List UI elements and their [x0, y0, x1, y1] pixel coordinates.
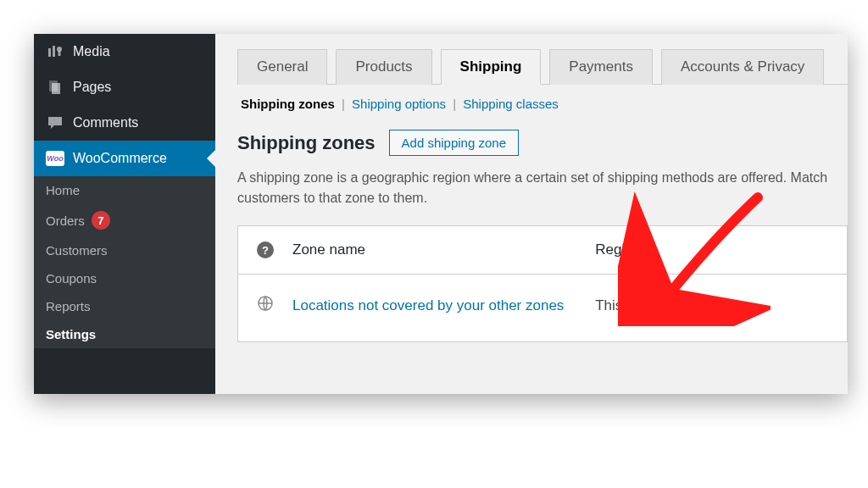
svg-rect-0 — [48, 48, 51, 57]
svg-rect-3 — [58, 51, 61, 56]
sidebar-label: Customers — [46, 243, 108, 258]
woocommerce-icon: Woo — [46, 149, 64, 168]
comments-icon — [46, 114, 64, 132]
pages-icon — [46, 78, 64, 97]
sidebar-label: Reports — [46, 299, 91, 313]
help-icon[interactable]: ? — [257, 241, 274, 258]
sidebar-label: WooCommerce — [73, 151, 167, 166]
subnav-options[interactable]: Shipping options — [352, 97, 446, 111]
shipping-zones-table: ? Zone name Region(s) Locations not cove… — [237, 225, 848, 342]
main-content: General Products Shipping Payments Accou… — [215, 34, 848, 394]
sidebar-submenu: Home Orders 7 Customers Coupons Reports … — [34, 176, 215, 348]
media-icon — [46, 42, 64, 61]
add-shipping-zone-button[interactable]: Add shipping zone — [389, 130, 519, 156]
svg-rect-5 — [52, 83, 60, 94]
col-zone-name: Zone name — [292, 241, 595, 258]
tab-accounts-privacy[interactable]: Accounts & Privacy — [661, 49, 824, 85]
zone-default-link[interactable]: Locations not covered by your other zone… — [292, 297, 564, 313]
orders-badge: 7 — [92, 211, 110, 230]
sidebar-sub-customers[interactable]: Customers — [34, 236, 215, 264]
tab-shipping[interactable]: Shipping — [441, 49, 542, 85]
tab-payments[interactable]: Payments — [549, 49, 653, 85]
page-description: A shipping zone is a geographic region w… — [237, 168, 848, 208]
sidebar-label: Settings — [46, 327, 96, 341]
tab-products[interactable]: Products — [336, 49, 431, 85]
sidebar-sub-home[interactable]: Home — [34, 176, 215, 204]
table-header: ? Zone name Region(s) — [238, 226, 847, 274]
sidebar-sub-coupons[interactable]: Coupons — [34, 264, 215, 292]
admin-sidebar: Media Pages Comments Woo WooCommerce Hom… — [34, 34, 215, 394]
settings-tabs: General Products Shipping Payments Accou… — [237, 49, 848, 85]
subnav-zones[interactable]: Shipping zones — [241, 97, 335, 111]
sidebar-sub-reports[interactable]: Reports — [34, 292, 215, 320]
sidebar-item-media[interactable]: Media — [34, 34, 215, 69]
sidebar-sub-settings[interactable]: Settings — [34, 320, 215, 348]
sidebar-label: Home — [46, 183, 80, 197]
sidebar-label: Coupons — [46, 271, 97, 286]
page-title: Shipping zones — [237, 132, 376, 154]
app-window: Media Pages Comments Woo WooCommerce Hom… — [34, 34, 848, 394]
subnav-classes[interactable]: Shipping classes — [463, 97, 559, 111]
sidebar-label: Orders — [46, 214, 85, 228]
shipping-subnav: Shipping zones | Shipping options | Ship… — [237, 85, 848, 123]
sidebar-item-comments[interactable]: Comments — [34, 105, 215, 141]
table-row: Locations not covered by your other zone… — [238, 274, 847, 341]
tab-general[interactable]: General — [237, 49, 327, 85]
sidebar-label: Comments — [73, 115, 138, 130]
sidebar-label: Media — [73, 44, 110, 59]
sidebar-label: Pages — [73, 80, 111, 95]
zone-region-text: This zone is optional — [595, 297, 828, 314]
svg-rect-1 — [53, 46, 55, 57]
page-title-row: Shipping zones Add shipping zone — [237, 130, 848, 156]
sidebar-item-woocommerce[interactable]: Woo WooCommerce — [34, 141, 215, 176]
sidebar-sub-orders[interactable]: Orders 7 — [34, 204, 215, 236]
col-regions: Region(s) — [595, 241, 828, 258]
globe-icon — [257, 295, 274, 316]
sidebar-item-pages[interactable]: Pages — [34, 69, 215, 105]
